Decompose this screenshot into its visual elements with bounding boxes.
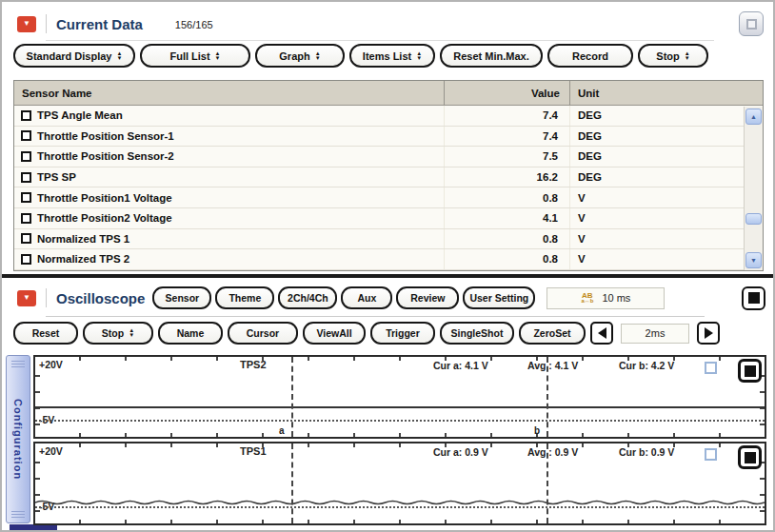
graph-select[interactable]: Graph ▲▼ [255, 44, 345, 68]
cursor-button[interactable]: Cursor [228, 322, 298, 345]
items-list-select[interactable]: Items List ▲▼ [349, 44, 435, 68]
reset-min-max-button[interactable]: Reset Min.Max. [440, 44, 543, 68]
cursor-a-line[interactable] [291, 443, 293, 523]
chevron-down-icon: ▼ [23, 20, 30, 28]
current-data-collapse-button[interactable]: ▼ [17, 16, 36, 32]
chevron-down-icon: ▼ [23, 294, 30, 302]
spinner-icon: ▲▼ [416, 51, 422, 61]
row-checkbox[interactable] [21, 254, 31, 265]
table-row[interactable]: Throttle Position Sensor-1 7.4 DEG [14, 127, 763, 148]
sensor-value: 7.4 [445, 106, 570, 126]
table-row[interactable]: TPS SP 16.2 DEG [14, 167, 763, 188]
stop-icon [745, 365, 756, 377]
sensor-name: Throttle Position Sensor-2 [37, 150, 174, 162]
stop-select[interactable]: Stop ▲▼ [638, 44, 708, 68]
column-header-sensor-name[interactable]: Sensor Name [14, 81, 445, 105]
row-checkbox[interactable] [21, 172, 31, 183]
spinner-icon: ▲▼ [215, 51, 221, 61]
theme-button[interactable]: Theme [215, 286, 274, 309]
row-checkbox[interactable] [21, 130, 31, 141]
panel-divider [2, 274, 773, 278]
row-checkbox[interactable] [21, 192, 31, 203]
average-value: Avg : 0.9 V [527, 446, 578, 458]
sensor-value: 0.8 [445, 187, 570, 207]
single-shot-button[interactable]: SingleShot [440, 322, 514, 345]
view-all-button[interactable]: ViewAll [303, 322, 366, 345]
full-list-select[interactable]: Full List ▲▼ [140, 44, 250, 68]
signal-trace [35, 498, 765, 507]
table-row[interactable]: Throttle Position1 Voltage 0.8 V [14, 187, 763, 208]
sensor-table-header: Sensor Name Value Unit [14, 81, 763, 106]
stop-label: Stop [656, 50, 679, 62]
timebase-display: 2ms [621, 324, 689, 344]
oscilloscope-channel-1[interactable]: +20V -5V TPS2 a b Cur a: 4.1 V Avg : 4.1… [33, 355, 766, 439]
column-header-value[interactable]: Value [445, 81, 570, 105]
row-checkbox[interactable] [21, 110, 31, 121]
stop-icon [748, 292, 760, 304]
row-checkbox[interactable] [21, 213, 31, 224]
configuration-tab[interactable]: Configuration [6, 355, 30, 523]
oscilloscope-channel-2[interactable]: +20V -5V TPS1 Cur a: 0.9 V Avg : 0.9 V C… [33, 442, 766, 525]
scroll-down-button[interactable]: ▼ [745, 252, 762, 268]
sensor-value: 7.4 [445, 127, 570, 147]
channel-checkbox[interactable] [705, 362, 717, 374]
row-checkbox[interactable] [21, 233, 31, 244]
tick-marks [35, 520, 765, 523]
oscilloscope-collapse-button[interactable]: ▼ [17, 290, 36, 306]
channel-name-label: TPS2 [240, 359, 267, 370]
table-scrollbar[interactable]: ▲ ▼ [744, 107, 763, 270]
channel-mode-button[interactable]: 2Ch/4Ch [278, 286, 337, 309]
cursor-a-line[interactable] [291, 357, 293, 437]
osc-stop-select[interactable]: Stop ▲▼ [83, 322, 153, 345]
sensor-name: Normalized TPS 2 [37, 253, 129, 265]
configuration-tab-label: Configuration [12, 399, 24, 480]
sensor-button[interactable]: Sensor [152, 286, 211, 309]
scrollbar-thumb[interactable] [745, 213, 762, 225]
chevron-up-icon: ▲ [750, 113, 757, 120]
spinner-icon: ▲▼ [315, 51, 321, 61]
oscilloscope-toolbar-separator [46, 316, 705, 317]
timebase-next-button[interactable] [697, 322, 720, 345]
channel-display-button[interactable] [738, 445, 762, 469]
zero-set-button[interactable]: ZeroSet [519, 322, 586, 345]
name-button[interactable]: Name [158, 322, 223, 345]
cursor-b-label: b [534, 425, 540, 436]
column-header-unit[interactable]: Unit [570, 88, 763, 99]
scroll-up-button[interactable]: ▲ [745, 108, 762, 125]
aux-button[interactable]: Aux [341, 286, 392, 309]
maximize-panel-button[interactable] [739, 11, 764, 36]
channel-checkbox[interactable] [705, 448, 717, 461]
sensor-name: Throttle Position Sensor-1 [37, 130, 174, 142]
reset-min-max-label: Reset Min.Max. [453, 50, 528, 62]
row-checkbox[interactable] [21, 151, 31, 162]
current-data-title: Current Data [56, 16, 143, 32]
y-max-label: +20V [39, 445, 63, 457]
timebase-prev-button[interactable] [590, 322, 613, 345]
sensor-unit: DEG [570, 150, 763, 162]
reset-button[interactable]: Reset [13, 322, 78, 345]
sensor-name: Throttle Position2 Voltage [37, 212, 172, 224]
arrow-right-icon [705, 327, 713, 339]
sensor-value: 0.8 [445, 229, 570, 249]
user-setting-button[interactable]: User Setting [463, 286, 535, 309]
table-row[interactable]: Normalized TPS 1 0.8 V [14, 229, 763, 250]
table-row[interactable]: Normalized TPS 2 0.8 V [14, 249, 763, 270]
table-row[interactable]: Throttle Position2 Voltage 4.1 V [14, 208, 763, 229]
record-label: Record [572, 50, 608, 62]
spinner-icon: ▲▼ [129, 328, 134, 338]
trigger-button[interactable]: Trigger [370, 322, 435, 345]
arrow-left-icon [598, 327, 606, 339]
table-row[interactable]: TPS Angle Mean 7.4 DEG [14, 106, 763, 127]
standard-display-select[interactable]: Standard Display ▲▼ [13, 44, 135, 68]
channel-display-button[interactable] [738, 359, 762, 383]
y-max-label: +20V [39, 359, 63, 370]
oscilloscope-display-button[interactable] [742, 286, 765, 310]
record-button[interactable]: Record [547, 44, 633, 68]
cursor-a-value: Cur a: 4.1 V [433, 360, 488, 371]
current-data-toolbar: Standard Display ▲▼ Full List ▲▼ Graph ▲… [13, 44, 708, 69]
cursor-a-label: a [279, 425, 285, 436]
sample-time-value: 10 ms [602, 292, 630, 304]
table-row[interactable]: Throttle Position Sensor-2 7.5 DEG [14, 147, 763, 167]
review-button[interactable]: Review [396, 286, 459, 309]
sensor-unit: DEG [570, 171, 763, 183]
